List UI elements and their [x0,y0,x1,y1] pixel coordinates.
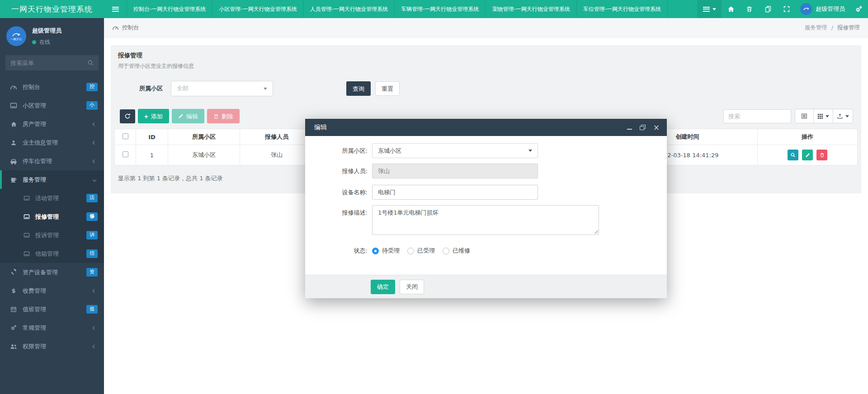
breadcrumb-section[interactable]: 服务管理 [805,24,827,32]
profile-avatar[interactable]: 一网天行 [6,26,26,46]
radio-unselected-icon [443,248,449,254]
user-menu[interactable]: 超级管理员 [800,3,845,15]
view-row-button[interactable] [788,150,798,160]
col-id[interactable]: ID [136,129,168,145]
fullscreen-icon[interactable] [783,5,790,13]
pencil-icon [805,153,810,158]
device-input[interactable] [372,185,538,200]
sidebar-item-mailbox[interactable]: 信箱管理 信 [0,244,104,263]
sidebar-item-owner-info[interactable]: 业主信息管理 [0,133,104,152]
tab-pet[interactable]: 宠物管理-一网天行物业管理系统 [486,0,576,18]
minimize-icon[interactable] [627,126,632,130]
settings-gears-icon[interactable] [855,5,863,13]
add-button-label: 添加 [151,113,163,119]
radio-unselected-icon [407,248,414,254]
pencil-icon [178,113,184,119]
modal-footer: 确定 关闭 [305,275,667,298]
sidebar-item-assets[interactable]: 资产设备管理 资 [0,263,104,281]
community-filter-select[interactable]: 全部 [171,81,273,96]
tab-console[interactable]: 控制台-一网天行物业管理系统 [127,0,212,18]
radio-label: 已维修 [453,247,470,255]
users-group-icon [10,343,17,350]
search-icon [87,60,94,66]
radio-pending[interactable]: 待受理 [372,247,400,255]
radio-repaired[interactable]: 已维修 [443,247,470,255]
row-actions [758,145,858,165]
edit-button[interactable]: 编辑 [172,109,204,123]
delete-button[interactable]: 删除 [207,109,240,123]
menu-search-box[interactable] [5,55,99,70]
sidebar-item-fees[interactable]: $ 收费管理 [0,281,104,300]
description-textarea[interactable]: 1号楼1单元电梯门损坏 [372,205,599,235]
sidebar-item-permissions[interactable]: 权限管理 [0,337,104,356]
table-search-input[interactable] [728,113,786,120]
radio-accepted[interactable]: 已受理 [407,247,435,255]
sidebar-toggle-button[interactable] [104,0,127,18]
reset-button[interactable]: 重置 [375,81,400,96]
sidebar-item-repair[interactable]: 报修管理 修 [0,207,104,226]
sidebar-item-duty[interactable]: 值班管理 值 [0,300,104,319]
refresh-button[interactable] [120,109,135,123]
sidebar-item-label: 值班管理 [23,305,86,314]
menu-search-input[interactable] [10,60,87,66]
screen-icon [10,103,17,109]
card-icon [24,214,30,220]
maximize-restore-icon[interactable] [640,125,646,130]
calendar-icon [10,306,17,313]
tab-parking[interactable]: 车位管理-一网天行物业管理系统 [577,0,668,18]
close-icon[interactable]: × [653,124,660,131]
edit-row-button[interactable] [802,150,813,160]
query-button[interactable]: 查询 [346,81,371,96]
columns-button[interactable] [813,109,833,123]
menu-badge: 修 [86,212,98,220]
chevron-left-icon [93,122,96,126]
breadcrumb-home[interactable]: 控制台 [112,24,139,32]
tab-vehicle[interactable]: 车辆管理-一网天行物业管理系统 [395,0,486,18]
trash-icon[interactable] [745,5,753,13]
sidebar-item-community[interactable]: 小区管理 小 [0,96,104,115]
tab-community[interactable]: 小区管理-一网天行物业管理系统 [212,0,303,18]
service-menu-block: 服务管理 活动管理 活 报修管理 修 投诉管理 诉 [0,170,104,263]
community-select[interactable]: 东城小区 [372,143,538,158]
confirm-button[interactable]: 确定 [371,280,395,294]
chevron-left-icon [93,326,96,329]
copy-pages-icon[interactable] [764,5,772,13]
resize-grip-icon[interactable] [594,230,598,234]
delete-row-button[interactable] [816,150,827,160]
view-button-group [795,109,853,123]
chevron-left-icon [93,159,96,163]
add-button[interactable]: + 添加 [138,109,169,123]
export-button[interactable] [833,109,853,123]
sidebar-item-label: 服务管理 [23,176,93,184]
card-icon [24,251,30,257]
row-community: 东城小区 [168,145,240,165]
sidebar-item-complaint[interactable]: 投诉管理 诉 [0,226,104,244]
close-button[interactable]: 关闭 [400,280,424,294]
tab-personnel[interactable]: 人员管理-一网天行物业管理系统 [304,0,395,18]
coffee-cup-icon [10,176,17,183]
detail-view-button[interactable] [795,109,814,123]
col-community[interactable]: 所属小区 [168,129,240,145]
profile-info: 超级管理员 在线 [32,27,61,46]
sidebar-item-service[interactable]: 服务管理 [0,170,104,189]
form-row-status: 状态: 待受理 已受理 已维修 [305,247,478,255]
col-reporter[interactable]: 报修人员 [240,129,314,145]
tab-list-dropdown-button[interactable] [697,0,722,18]
radio-label: 待受理 [382,247,400,255]
form-row-reporter: 报修人员: [305,164,538,178]
sidebar-item-general[interactable]: 常规管理 [0,319,104,337]
sidebar-item-activity[interactable]: 活动管理 活 [0,189,104,207]
reporter-label: 报修人员: [305,167,372,175]
sidebar-item-console[interactable]: 控制台 控 [0,78,104,96]
dashboard-icon [112,25,119,31]
home-icon[interactable] [727,5,735,13]
sidebar-item-property[interactable]: 房产管理 [0,115,104,133]
select-all-checkbox[interactable] [123,133,128,139]
edit-button-label: 编辑 [186,113,198,119]
table-search-box[interactable] [723,109,791,123]
modal-header[interactable]: 编辑 × [305,119,667,136]
row-checkbox[interactable] [123,151,128,157]
sidebar-item-parking[interactable]: 停车位管理 [0,152,104,170]
card-icon [24,196,30,201]
sidebar-item-label: 业主信息管理 [23,139,93,147]
